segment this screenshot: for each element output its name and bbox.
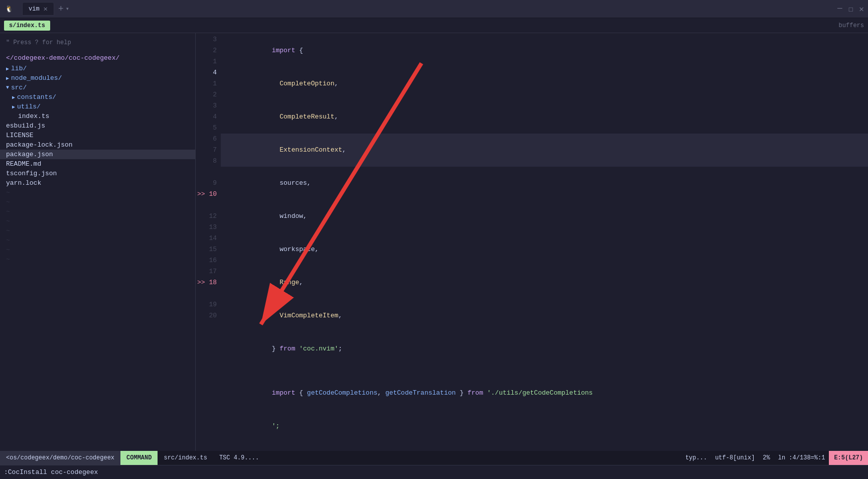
ln-7: 7 <box>196 145 217 156</box>
file-name-package-lock: package-lock.json <box>6 141 73 149</box>
code-line-vim-complete-item: VimCompleteItem, <box>221 299 868 332</box>
dir-name-utils: utils/ <box>17 103 41 110</box>
code-line-sources: sources, <box>221 167 868 200</box>
ln-3b: 3 <box>196 100 217 111</box>
status-file: src/index.ts <box>158 454 213 461</box>
sidebar-item-package-json[interactable]: package.json <box>0 150 195 159</box>
buffers-label: buffers <box>839 22 864 29</box>
code-line-window: window, <box>221 200 868 233</box>
file-name-license: LICENSE <box>6 132 34 139</box>
status-tsc: TSC 4.9.... <box>213 454 265 461</box>
ln-20: 20 <box>196 310 217 321</box>
tilde-5: ~ <box>0 226 195 235</box>
ln-5: 5 <box>196 123 217 134</box>
code-editor[interactable]: 3 2 1 4 1 2 3 4 5 6 7 8 9 >> 10 12 <box>196 33 868 451</box>
code-line-import-cont: '; <box>221 410 868 443</box>
ln-16: 16 <box>196 255 217 266</box>
sidebar-item-yarn-lock[interactable]: yarn.lock <box>0 178 195 188</box>
ln-cont <box>196 167 217 178</box>
ln-14: 14 <box>196 233 217 244</box>
editor-wrapper: 3 2 1 4 1 2 3 4 5 6 7 8 9 >> 10 12 <box>196 33 868 451</box>
ln-1b: 1 <box>196 78 217 89</box>
code-line-complete-result: CompleteResult, <box>221 100 868 134</box>
editor-content: 3 2 1 4 1 2 3 4 5 6 7 8 9 >> 10 12 <box>196 33 868 451</box>
file-name-readme: README.md <box>6 160 41 168</box>
tilde-7: ~ <box>0 245 195 255</box>
ln-8: 8 <box>196 156 217 167</box>
code-content[interactable]: import { CompleteOption, CompleteResult,… <box>221 33 868 451</box>
code-line-complete-option: CompleteOption, <box>221 67 868 100</box>
dir-arrow-src: ▼ <box>6 85 9 90</box>
dir-name-lib: lib/ <box>11 65 27 72</box>
file-name-yarn-lock: yarn.lock <box>6 179 41 187</box>
ln-11 <box>196 200 217 211</box>
dir-arrow-constants: ▶ <box>12 94 15 100</box>
ln-17: 17 <box>196 266 217 277</box>
status-path: <os/codegeex/demo/coc-codegeex <box>0 451 120 465</box>
ln-15: 15 <box>196 244 217 255</box>
sidebar-item-node-modules[interactable]: ▶ node_modules/ <box>0 73 195 83</box>
line-numbers: 3 2 1 4 1 2 3 4 5 6 7 8 9 >> 10 12 <box>196 33 221 451</box>
code-line-import-document-lang: import { getDocumentLanguage } from './u… <box>221 443 868 451</box>
help-hint: " Press ? for help <box>0 37 195 48</box>
ln-4b: 4 <box>196 111 217 123</box>
sidebar-item-license[interactable]: LICENSE <box>0 131 195 140</box>
ln-2: 2 <box>196 45 217 56</box>
code-line-workspace: workspace, <box>221 233 868 266</box>
sidebar-item-tsconfig[interactable]: tsconfig.json <box>0 169 195 178</box>
dir-name-constants: constants/ <box>17 93 56 101</box>
ln-3: 3 <box>196 34 217 45</box>
code-line-extension-context: ExtensionContext, <box>221 134 868 167</box>
ln-1: 1 <box>196 56 217 67</box>
sidebar-item-constants[interactable]: ▶ constants/ <box>0 92 195 102</box>
ln-2b: 2 <box>196 89 217 100</box>
code-line-import-start: import { <box>221 34 868 67</box>
file-name-tsconfig: tsconfig.json <box>6 170 57 177</box>
tilde-2: ~ <box>0 197 195 207</box>
dir-arrow-lib: ▶ <box>6 66 9 72</box>
tilde-6: ~ <box>0 235 195 245</box>
new-tab-btn[interactable]: + <box>58 4 64 14</box>
ln-19: 19 <box>196 299 217 310</box>
ln-18: >> 18 <box>196 277 217 288</box>
command-line[interactable]: :CocInstall coc-codegeex <box>0 465 868 479</box>
sidebar-item-esbuild[interactable]: esbuild.js <box>0 121 195 131</box>
maximize-btn[interactable]: ☐ <box>848 4 853 14</box>
ln-13: 13 <box>196 222 217 233</box>
code-line-import-completions: import { getCodeCompletions, getCodeTran… <box>221 377 868 410</box>
title-bar: 🐧 vim ✕ + ▾ — ☐ ✕ <box>0 0 868 18</box>
file-name-esbuild: esbuild.js <box>6 122 45 130</box>
ln-cont2 <box>196 288 217 299</box>
tilde-1: ~ <box>0 188 195 197</box>
active-file-tab[interactable]: s/index.ts <box>4 21 50 31</box>
sidebar-item-utils[interactable]: ▶ utils/ <box>0 102 195 111</box>
app-icon: 🐧 <box>4 4 14 14</box>
code-line-from-coc: } from 'coc.nvim'; <box>221 332 868 366</box>
status-error: E:5(L27) <box>829 451 868 465</box>
status-mode: COMMAND <box>120 451 158 465</box>
tilde-4: ~ <box>0 216 195 226</box>
current-dir: </codegeex-demo/coc-codegeex/ <box>0 52 195 64</box>
sidebar-item-package-lock[interactable]: package-lock.json <box>0 140 195 150</box>
window-close-btn[interactable]: ✕ <box>859 4 864 14</box>
minimize-btn[interactable]: — <box>837 4 842 14</box>
ln-4: 4 <box>196 67 217 78</box>
tilde-3: ~ <box>0 207 195 216</box>
sidebar-item-lib[interactable]: ▶ lib/ <box>0 64 195 73</box>
dir-name-src: src/ <box>11 84 27 91</box>
status-filetype: typ... <box>681 454 711 461</box>
dir-arrow-utils: ▶ <box>12 104 15 110</box>
sidebar-item-readme[interactable]: README.md <box>0 159 195 169</box>
vim-tab[interactable]: vim ✕ <box>22 2 54 16</box>
ln-12: 12 <box>196 211 217 222</box>
tab-close-btn[interactable]: ✕ <box>44 5 48 13</box>
drop-btn[interactable]: ▾ <box>66 5 69 13</box>
sidebar-item-index-ts[interactable]: index.ts <box>0 111 195 121</box>
ln-6: 6 <box>196 134 217 145</box>
tab-title: vim <box>29 6 40 13</box>
sidebar-item-src[interactable]: ▼ src/ <box>0 83 195 92</box>
dir-name-node-modules: node_modules/ <box>11 74 62 82</box>
file-name-package-json: package.json <box>6 151 53 158</box>
vim-header: s/index.ts buffers <box>0 18 868 33</box>
file-name-index-ts: index.ts <box>18 112 49 120</box>
